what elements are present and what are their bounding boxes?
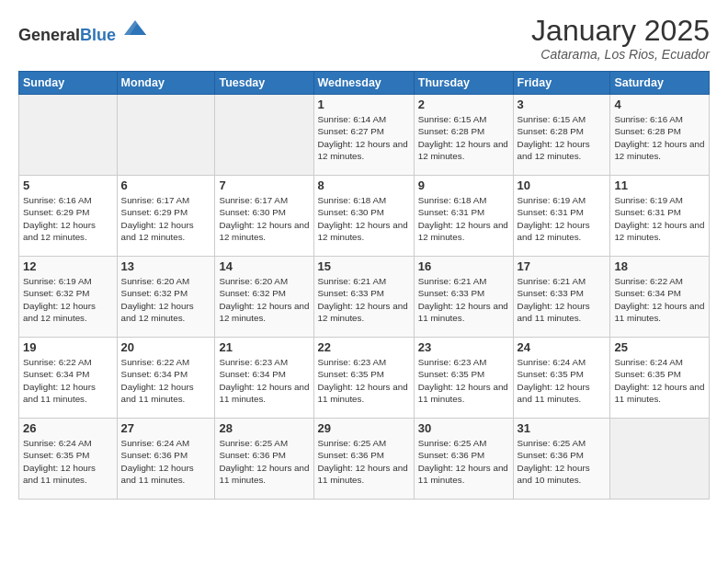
day-info: Sunrise: 6:14 AM Sunset: 6:27 PM Dayligh… xyxy=(318,113,410,162)
col-header-wednesday: Wednesday xyxy=(313,72,414,95)
calendar-cell: 16Sunrise: 6:21 AM Sunset: 6:33 PM Dayli… xyxy=(414,257,513,338)
calendar-cell: 15Sunrise: 6:21 AM Sunset: 6:33 PM Dayli… xyxy=(313,257,414,338)
day-info: Sunrise: 6:25 AM Sunset: 6:36 PM Dayligh… xyxy=(318,437,410,486)
day-info: Sunrise: 6:21 AM Sunset: 6:33 PM Dayligh… xyxy=(518,275,607,324)
calendar-cell: 19Sunrise: 6:22 AM Sunset: 6:34 PM Dayli… xyxy=(19,338,118,419)
calendar-cell: 10Sunrise: 6:19 AM Sunset: 6:31 PM Dayli… xyxy=(513,176,610,257)
day-number: 1 xyxy=(318,98,410,111)
day-info: Sunrise: 6:20 AM Sunset: 6:32 PM Dayligh… xyxy=(121,275,211,324)
calendar-cell: 27Sunrise: 6:24 AM Sunset: 6:36 PM Dayli… xyxy=(117,419,215,500)
calendar-cell: 18Sunrise: 6:22 AM Sunset: 6:34 PM Dayli… xyxy=(610,257,710,338)
day-info: Sunrise: 6:22 AM Sunset: 6:34 PM Dayligh… xyxy=(614,275,705,324)
calendar-cell xyxy=(215,95,313,176)
day-info: Sunrise: 6:19 AM Sunset: 6:31 PM Dayligh… xyxy=(518,194,607,243)
calendar-cell: 30Sunrise: 6:25 AM Sunset: 6:36 PM Dayli… xyxy=(414,419,513,500)
day-number: 17 xyxy=(518,259,607,273)
calendar-cell xyxy=(19,95,118,176)
day-number: 3 xyxy=(518,98,607,111)
day-info: Sunrise: 6:23 AM Sunset: 6:35 PM Dayligh… xyxy=(318,356,410,405)
calendar-cell: 29Sunrise: 6:25 AM Sunset: 6:36 PM Dayli… xyxy=(313,419,414,500)
calendar-cell: 8Sunrise: 6:18 AM Sunset: 6:30 PM Daylig… xyxy=(313,176,414,257)
day-info: Sunrise: 6:15 AM Sunset: 6:28 PM Dayligh… xyxy=(518,113,607,162)
day-info: Sunrise: 6:21 AM Sunset: 6:33 PM Dayligh… xyxy=(318,275,410,324)
day-info: Sunrise: 6:17 AM Sunset: 6:30 PM Dayligh… xyxy=(219,194,309,243)
logo-icon xyxy=(122,15,148,40)
calendar-cell: 31Sunrise: 6:25 AM Sunset: 6:36 PM Dayli… xyxy=(513,419,610,500)
day-number: 30 xyxy=(418,421,509,435)
day-number: 31 xyxy=(518,421,607,435)
day-info: Sunrise: 6:25 AM Sunset: 6:36 PM Dayligh… xyxy=(418,437,509,486)
calendar-cell: 25Sunrise: 6:24 AM Sunset: 6:35 PM Dayli… xyxy=(610,338,710,419)
day-number: 4 xyxy=(614,98,705,111)
day-number: 18 xyxy=(614,259,705,273)
calendar-cell: 23Sunrise: 6:23 AM Sunset: 6:35 PM Dayli… xyxy=(414,338,513,419)
day-info: Sunrise: 6:19 AM Sunset: 6:32 PM Dayligh… xyxy=(23,275,113,324)
day-info: Sunrise: 6:25 AM Sunset: 6:36 PM Dayligh… xyxy=(518,437,607,486)
calendar-cell xyxy=(117,95,215,176)
day-info: Sunrise: 6:24 AM Sunset: 6:35 PM Dayligh… xyxy=(518,356,607,405)
day-info: Sunrise: 6:24 AM Sunset: 6:35 PM Dayligh… xyxy=(23,437,113,486)
day-number: 6 xyxy=(121,178,211,192)
calendar-cell: 28Sunrise: 6:25 AM Sunset: 6:36 PM Dayli… xyxy=(215,419,313,500)
day-info: Sunrise: 6:22 AM Sunset: 6:34 PM Dayligh… xyxy=(23,356,113,405)
day-number: 7 xyxy=(219,178,309,192)
day-number: 20 xyxy=(121,340,211,354)
col-header-monday: Monday xyxy=(117,72,215,95)
calendar-cell: 17Sunrise: 6:21 AM Sunset: 6:33 PM Dayli… xyxy=(513,257,610,338)
calendar-cell: 5Sunrise: 6:16 AM Sunset: 6:29 PM Daylig… xyxy=(19,176,118,257)
day-info: Sunrise: 6:21 AM Sunset: 6:33 PM Dayligh… xyxy=(418,275,509,324)
day-number: 2 xyxy=(418,98,509,111)
day-number: 19 xyxy=(23,340,113,354)
col-header-saturday: Saturday xyxy=(610,72,710,95)
day-number: 5 xyxy=(23,178,113,192)
calendar: SundayMondayTuesdayWednesdayThursdayFrid… xyxy=(18,71,710,500)
day-info: Sunrise: 6:22 AM Sunset: 6:34 PM Dayligh… xyxy=(121,356,211,405)
day-number: 27 xyxy=(121,421,211,435)
day-number: 8 xyxy=(318,178,410,192)
day-number: 14 xyxy=(219,259,309,273)
calendar-cell: 1Sunrise: 6:14 AM Sunset: 6:27 PM Daylig… xyxy=(313,95,414,176)
calendar-cell: 2Sunrise: 6:15 AM Sunset: 6:28 PM Daylig… xyxy=(414,95,513,176)
calendar-cell: 14Sunrise: 6:20 AM Sunset: 6:32 PM Dayli… xyxy=(215,257,313,338)
calendar-cell: 13Sunrise: 6:20 AM Sunset: 6:32 PM Dayli… xyxy=(117,257,215,338)
day-number: 10 xyxy=(518,178,607,192)
day-info: Sunrise: 6:24 AM Sunset: 6:35 PM Dayligh… xyxy=(614,356,705,405)
day-info: Sunrise: 6:25 AM Sunset: 6:36 PM Dayligh… xyxy=(219,437,309,486)
calendar-cell: 20Sunrise: 6:22 AM Sunset: 6:34 PM Dayli… xyxy=(117,338,215,419)
title-block: January 2025 Catarama, Los Rios, Ecuador xyxy=(531,15,710,62)
calendar-cell: 21Sunrise: 6:23 AM Sunset: 6:34 PM Dayli… xyxy=(215,338,313,419)
day-info: Sunrise: 6:18 AM Sunset: 6:30 PM Dayligh… xyxy=(318,194,410,243)
day-number: 25 xyxy=(614,340,705,354)
calendar-cell: 12Sunrise: 6:19 AM Sunset: 6:32 PM Dayli… xyxy=(19,257,118,338)
day-number: 29 xyxy=(318,421,410,435)
day-info: Sunrise: 6:18 AM Sunset: 6:31 PM Dayligh… xyxy=(418,194,509,243)
calendar-cell: 24Sunrise: 6:24 AM Sunset: 6:35 PM Dayli… xyxy=(513,338,610,419)
day-number: 12 xyxy=(23,259,113,273)
calendar-cell xyxy=(610,419,710,500)
logo-blue-text: Blue xyxy=(80,26,116,44)
day-number: 11 xyxy=(614,178,705,192)
calendar-cell: 6Sunrise: 6:17 AM Sunset: 6:29 PM Daylig… xyxy=(117,176,215,257)
day-info: Sunrise: 6:16 AM Sunset: 6:29 PM Dayligh… xyxy=(23,194,113,243)
day-number: 28 xyxy=(219,421,309,435)
calendar-cell: 26Sunrise: 6:24 AM Sunset: 6:35 PM Dayli… xyxy=(19,419,118,500)
calendar-cell: 11Sunrise: 6:19 AM Sunset: 6:31 PM Dayli… xyxy=(610,176,710,257)
calendar-cell: 7Sunrise: 6:17 AM Sunset: 6:30 PM Daylig… xyxy=(215,176,313,257)
calendar-cell: 3Sunrise: 6:15 AM Sunset: 6:28 PM Daylig… xyxy=(513,95,610,176)
day-number: 26 xyxy=(23,421,113,435)
calendar-cell: 9Sunrise: 6:18 AM Sunset: 6:31 PM Daylig… xyxy=(414,176,513,257)
header: GeneralBlue January 2025 Catarama, Los R… xyxy=(18,15,710,62)
day-number: 16 xyxy=(418,259,509,273)
day-number: 24 xyxy=(518,340,607,354)
day-number: 22 xyxy=(318,340,410,354)
logo-general-text: General xyxy=(18,26,80,44)
day-number: 21 xyxy=(219,340,309,354)
col-header-thursday: Thursday xyxy=(414,72,513,95)
day-info: Sunrise: 6:19 AM Sunset: 6:31 PM Dayligh… xyxy=(614,194,705,243)
day-info: Sunrise: 6:23 AM Sunset: 6:35 PM Dayligh… xyxy=(418,356,509,405)
day-info: Sunrise: 6:20 AM Sunset: 6:32 PM Dayligh… xyxy=(219,275,309,324)
day-info: Sunrise: 6:16 AM Sunset: 6:28 PM Dayligh… xyxy=(614,113,705,162)
day-number: 9 xyxy=(418,178,509,192)
calendar-cell: 4Sunrise: 6:16 AM Sunset: 6:28 PM Daylig… xyxy=(610,95,710,176)
day-number: 13 xyxy=(121,259,211,273)
